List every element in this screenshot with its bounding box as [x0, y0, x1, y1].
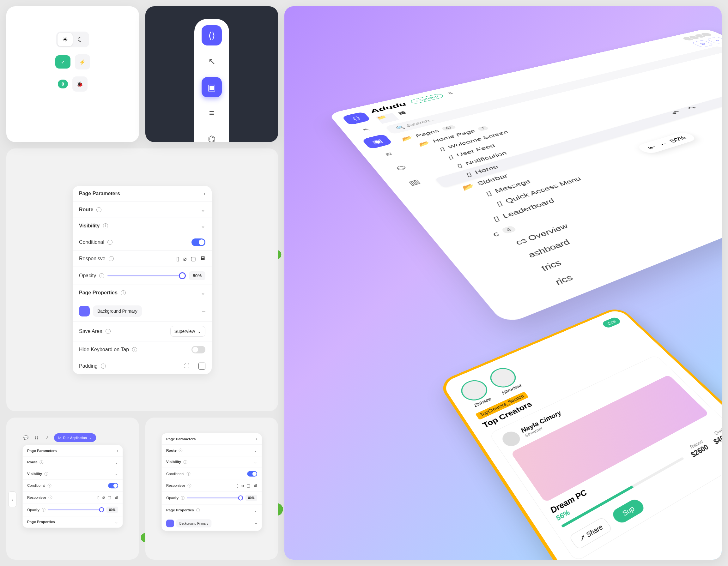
expand-icon[interactable]: ⛶ [184, 363, 189, 369]
mini-panel-card: Page Parameters› Routei⌄ Visibilityi⌄ Co… [145, 417, 278, 560]
toggles-card: ☀ ☾ ✓ ⚡ 0 🐞 [6, 6, 139, 142]
sun-icon[interactable]: ☀ [58, 33, 73, 46]
conditional-toggle[interactable] [108, 483, 118, 488]
route-row[interactable]: Routei⌄ [162, 445, 262, 456]
grid-icon[interactable]: ▦ [397, 108, 421, 119]
save-area-select[interactable]: Superview ⌄ [170, 326, 205, 337]
tablet-icon[interactable]: ▢ [191, 255, 196, 262]
bug-icon[interactable]: 🐞 [72, 76, 88, 92]
tree-icon[interactable]: ⌬ [202, 129, 222, 142]
phone-mock: Ziskaee Nitrorissa Cos TopCreators_Secti… [438, 306, 722, 560]
layers-icon[interactable]: ▣ [361, 134, 393, 149]
flow-icon[interactable]: ⌬ [384, 159, 418, 177]
visibility-row[interactable]: Visibilityi⌄ [73, 218, 212, 234]
mini-panel-run-card: ‹ 💬 ⟨⟩ ↗ ▷ Run Application ⌄ Page Parame… [6, 417, 139, 560]
code-icon[interactable]: ⟨⟩ [202, 25, 222, 46]
conditional-row: Conditionali [73, 234, 212, 251]
theme-toggle[interactable]: ☀ ☾ [56, 32, 89, 47]
code-icon[interactable]: ⟨⟩ [33, 434, 40, 441]
properties-card: Page Parameters› Routei⌄ Visibilityi⌄ Co… [6, 149, 278, 411]
conditional-toggle[interactable] [247, 471, 257, 477]
code-icon[interactable]: ⟨⟩ [342, 112, 371, 125]
phone-icon[interactable]: ▯ [176, 255, 179, 262]
app-preview-card: ⟨⟩ ↖ ▣ ≡ ⌬ ▥ Adudu • Synced ⇅ [284, 6, 722, 560]
app-shell: ⟨⟩ ↖ ▣ ≡ ⌬ ▥ Adudu • Synced ⇅ [328, 29, 722, 325]
visibility-row[interactable]: Visibilityi⌄ [23, 468, 123, 480]
check-button[interactable]: ✓ [55, 55, 70, 69]
avatar [499, 429, 523, 449]
run-application-button[interactable]: ▷ Run Application ⌄ [54, 433, 96, 442]
share-icon[interactable]: ↗ [44, 434, 51, 441]
cursor-icon[interactable]: ↖ [351, 123, 382, 137]
page-properties-row[interactable]: Page Propertiesi⌄ [73, 285, 212, 301]
page-parameters-row[interactable]: Page Parameters› [73, 186, 212, 202]
page-properties-row[interactable]: Page Propertiesi⌄ [162, 504, 262, 516]
moon-icon[interactable]: ☾ [73, 33, 88, 46]
list-icon[interactable]: ≡ [202, 103, 222, 123]
zoom-fit-icon[interactable]: ⇤ [645, 144, 658, 151]
route-row[interactable]: Routei⌄ [23, 456, 123, 468]
desktop-icon[interactable]: 🖥 [200, 255, 205, 262]
responsive-row: Responisvei ▯ ⌀ ▢ 🖥 [73, 251, 212, 267]
route-row[interactable]: Routei⌄ [73, 202, 212, 218]
padding-row: Paddingi⛶ [73, 358, 212, 374]
chat-icon[interactable]: 💬 [23, 434, 30, 441]
count-badge: 0 [58, 80, 68, 88]
hide-keyboard-row: Hide Keyboard on Tapi [73, 341, 212, 358]
background-row[interactable]: Background Primary– [73, 301, 212, 321]
visibility-row[interactable]: Visibilityi⌄ [162, 456, 262, 468]
hide-keyboard-toggle[interactable] [191, 346, 205, 353]
list-icon[interactable]: ≡ [373, 146, 405, 162]
folder-icon[interactable]: 📁 [375, 113, 399, 124]
properties-panel: Page Parameters› Routei⌄ Visibilityi⌄ Co… [73, 186, 212, 374]
opacity-value: 80% [189, 271, 205, 280]
columns-icon[interactable]: ▥ [397, 173, 432, 192]
bg-chip[interactable]: Background Primary [93, 305, 142, 317]
page-parameters-row[interactable]: Page Parameters› [23, 445, 123, 456]
color-swatch[interactable] [79, 306, 90, 316]
conditional-toggle[interactable] [191, 239, 205, 246]
opacity-slider[interactable] [107, 275, 186, 277]
save-area-row: Save AreaiSuperview ⌄ [73, 321, 212, 341]
cos-badge[interactable]: Cos [601, 316, 622, 329]
vertical-toolbar: ⟨⟩ ↖ ▣ ≡ ⌬ [194, 19, 229, 142]
opacity-row: Opacityi80% [73, 267, 212, 285]
cursor-icon[interactable]: ↖ [202, 51, 222, 71]
page-parameters-row[interactable]: Page Parameters› [162, 433, 262, 445]
collapse-handle[interactable]: ‹ [8, 491, 16, 507]
layers-icon[interactable]: ▣ [202, 77, 222, 97]
padding-box-icon[interactable] [198, 362, 205, 369]
phone-off-icon[interactable]: ⌀ [183, 255, 187, 262]
zoom-value: 80% [667, 135, 689, 144]
bolt-icon[interactable]: ⚡ [75, 54, 90, 70]
page-properties-row[interactable]: Page Properties⌄ [23, 516, 123, 528]
vertical-toolbar-card: ⟨⟩ ↖ ▣ ≡ ⌬ [145, 6, 278, 142]
